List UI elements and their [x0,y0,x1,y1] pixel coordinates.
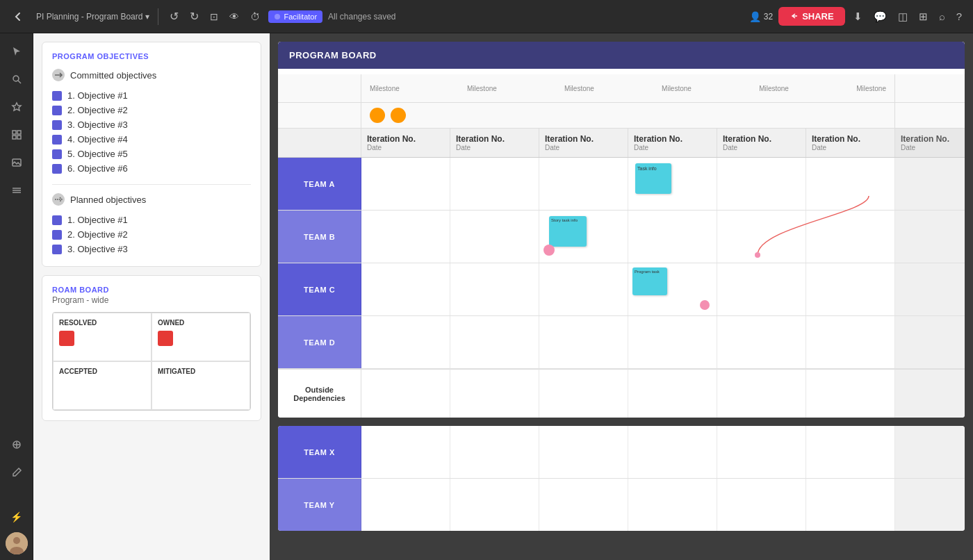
obj-color [52,230,62,240]
team-d-label: TEAM D [278,316,361,368]
planned-objectives-list: 1. Objective #1 2. Objective #2 3. Objec… [52,213,251,256]
undo-button[interactable]: ↺ [167,7,181,26]
board-cell[interactable] [717,158,806,210]
help-button[interactable]: ? [954,8,965,25]
board-cell[interactable] [806,316,895,368]
board-cell[interactable] [361,479,450,531]
board-cell[interactable] [628,211,717,263]
users-count: 👤 32 [749,11,773,22]
board-cell[interactable] [361,426,450,478]
sidebar-template-icon[interactable] [4,432,29,457]
board-cell[interactable] [806,426,895,478]
board-cell-last[interactable] [895,426,965,478]
board-cell[interactable] [806,263,895,315]
sticky-note[interactable]: Program task [632,267,667,295]
board-cell[interactable]: Story task info [539,211,628,263]
board-cell[interactable] [717,263,806,315]
board-cell[interactable] [628,426,717,478]
board-cell[interactable] [450,479,539,531]
iter-header: Iteration No. Date [450,129,539,157]
board-cell[interactable]: Task info [628,158,717,210]
sidebar-lightning-icon[interactable]: ⚡ [4,504,29,529]
sticky-note[interactable]: Task info [635,163,671,194]
board-cell[interactable]: Program task [628,263,717,315]
user-avatar[interactable] [6,532,28,554]
svg-point-0 [275,14,280,19]
board-cell-last[interactable] [895,316,965,368]
board-cell[interactable] [717,316,806,368]
board-cell[interactable] [806,369,895,418]
board-cell[interactable] [717,479,806,531]
board-cell[interactable] [717,211,806,263]
program-board: PROGRAM BOARD Milestone Milestone Milest… [278,42,965,418]
board-cell[interactable] [361,263,450,315]
board-cell[interactable] [450,263,539,315]
board-cell[interactable] [628,369,717,418]
timer-button[interactable]: ⏱ [247,8,263,25]
camera-button[interactable]: ⊡ [207,8,221,25]
section-divider [52,184,251,185]
zoom-button[interactable]: ⌕ [936,8,948,25]
iter-header: Iteration No. Date [539,129,628,157]
sidebar-search-icon[interactable] [4,67,29,92]
sidebar-grid-icon[interactable] [4,122,29,147]
team-row-c: TEAM C Program task [278,263,965,316]
share-button[interactable]: SHARE [778,7,845,26]
board-area[interactable]: PROGRAM BOARD Milestone Milestone Milest… [270,33,973,560]
board-cell[interactable] [450,158,539,210]
board-cell[interactable] [539,158,628,210]
binoculars-button[interactable]: 👁 [227,8,242,25]
list-item: 2. Objective #2 [52,103,251,117]
board-cell[interactable] [450,369,539,418]
board-cell[interactable] [539,479,628,531]
team-b-label: TEAM B [278,211,361,263]
sticky-note[interactable]: Story task info [549,216,587,247]
board-cell[interactable] [628,479,717,531]
board-cell-last[interactable] [895,158,965,210]
board-cell-last[interactable] [895,211,965,263]
board-cell[interactable] [539,263,628,315]
planned-label: Planned objectives [70,195,146,205]
sidebar-cursor-icon[interactable] [4,39,29,64]
board-cell[interactable] [450,211,539,263]
grid-view-button[interactable]: ⊞ [916,8,931,26]
sidebar-star-icon[interactable] [4,94,29,120]
roam-card-title: ROAM BOARD [52,286,251,294]
board-cell[interactable] [361,211,450,263]
milestones-area: Milestone Milestone Milestone Milestone … [361,74,895,102]
board-cell-last[interactable] [895,369,965,418]
team-y-label: TEAM Y [278,479,361,531]
board-cell[interactable] [806,479,895,531]
download-button[interactable]: ⬇ [851,8,865,26]
roam-mitigated: MITIGATED [152,361,250,410]
back-button[interactable] [8,7,28,26]
board-cell[interactable] [361,369,450,418]
board-cell-last[interactable] [895,263,965,315]
team-a-label: TEAM A [278,158,361,210]
board-cell[interactable] [539,316,628,368]
committed-label: Committed objectives [70,70,156,81]
sidebar-image-icon[interactable] [4,150,29,175]
board-cell[interactable] [717,369,806,418]
board-cell[interactable] [539,369,628,418]
board-cell[interactable] [450,316,539,368]
board-cell[interactable] [361,316,450,368]
board-cell[interactable] [361,158,450,210]
board-cell[interactable] [539,426,628,478]
board-cell[interactable] [717,426,806,478]
main-area: ⚡ PROGRAM OBJECTIVES Committed objective… [0,33,973,560]
comment-button[interactable]: 💬 [871,8,890,26]
board-cell[interactable] [450,426,539,478]
objectives-card: PROGRAM OBJECTIVES Committed objectives … [42,42,261,267]
board-cell[interactable] [806,211,895,263]
planned-section-header: Planned objectives [52,193,251,206]
dependency-dot [700,300,710,310]
board-cell[interactable] [628,316,717,368]
board-cell-last[interactable] [895,479,965,531]
sidebar-pen-icon[interactable] [4,460,29,485]
board-cell[interactable] [806,158,895,210]
sidebar-layers-icon[interactable] [4,178,29,203]
list-item: 6. Objective #6 [52,161,251,176]
chat-button[interactable]: ◫ [895,8,910,26]
redo-button[interactable]: ↻ [187,7,202,26]
